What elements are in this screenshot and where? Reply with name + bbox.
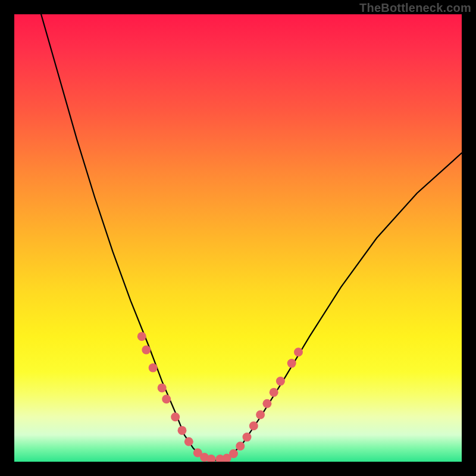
data-point bbox=[276, 377, 285, 386]
data-point bbox=[262, 399, 271, 408]
data-point bbox=[162, 394, 171, 403]
data-point bbox=[142, 346, 151, 355]
plot-area bbox=[14, 14, 462, 462]
data-point bbox=[287, 359, 296, 368]
chart-svg bbox=[14, 14, 462, 462]
series-left-curve bbox=[41, 14, 202, 458]
curve-lines bbox=[41, 14, 462, 461]
data-point bbox=[270, 388, 278, 397]
data-point bbox=[184, 437, 193, 446]
data-point bbox=[171, 412, 180, 421]
data-point bbox=[249, 421, 258, 430]
data-point bbox=[243, 433, 252, 441]
data-markers bbox=[137, 332, 303, 462]
data-point bbox=[158, 383, 167, 392]
data-point bbox=[236, 441, 245, 450]
data-point bbox=[229, 449, 238, 458]
data-point bbox=[294, 347, 303, 356]
series-right-curve bbox=[229, 153, 462, 457]
data-point bbox=[137, 332, 146, 341]
chart-frame: TheBottleneck.com bbox=[0, 0, 476, 476]
data-point bbox=[149, 364, 158, 372]
watermark-text: TheBottleneck.com bbox=[359, 1, 471, 15]
data-point bbox=[256, 411, 265, 419]
data-point bbox=[178, 426, 187, 435]
